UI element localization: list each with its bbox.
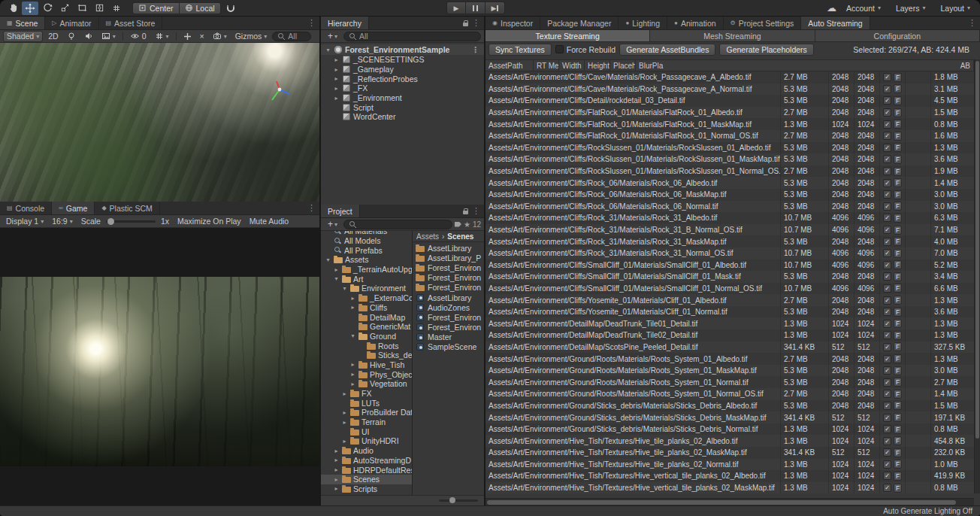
placeholder-checkbox[interactable]: ✓: [883, 378, 891, 387]
asset-row[interactable]: Assets/Art/Environment/Cliffs/SmallCliff…: [485, 260, 974, 272]
create-asset-dropdown[interactable]: +▾: [324, 219, 341, 230]
asset-row[interactable]: Assets/Art/Environment/Hive_Tish/Texture…: [485, 435, 974, 447]
scene-lighting-toggle[interactable]: [64, 31, 79, 42]
placeholder-checkbox[interactable]: ✓: [883, 108, 891, 117]
column-header[interactable]: Width: [559, 60, 585, 71]
asset-row[interactable]: Assets/Art/Environment/Cliffs/Cave/Mater…: [485, 83, 974, 96]
placeholder-f-button[interactable]: F: [894, 143, 902, 152]
generate-assetbundles-button[interactable]: Generate AssetBundles: [619, 44, 715, 56]
placeholder-f-button[interactable]: F: [894, 366, 902, 375]
column-header[interactable]: AssetPath: [485, 60, 534, 71]
cloud-collab-icon[interactable]: ☁: [827, 3, 836, 13]
expand-arrow-icon[interactable]: ▸: [333, 85, 340, 92]
hierarchy-search-input[interactable]: All: [343, 32, 481, 41]
expand-arrow-icon[interactable]: ▸: [333, 457, 340, 463]
scale-slider-thumb[interactable]: [107, 218, 114, 225]
folder-item[interactable]: ▸HDRPDefaultRes: [321, 465, 412, 475]
placeholder-f-button[interactable]: F: [894, 226, 902, 235]
folder-item[interactable]: ▾Art: [321, 274, 412, 284]
column-header[interactable]: BlurPla: [636, 60, 957, 71]
expand-arrow-icon[interactable]: ▸: [333, 485, 340, 492]
force-rebuild-checkbox[interactable]: Force Rebuild: [555, 45, 616, 54]
expand-arrow-icon[interactable]: ▸: [333, 56, 340, 63]
expand-arrow-icon[interactable]: ▸: [333, 75, 340, 82]
asset-row[interactable]: Assets/Art/Environment/Cliffs/RockSlusse…: [485, 165, 974, 178]
asset-row[interactable]: Assets/Art/Environment/Cliffs/Rock_06/Ma…: [485, 177, 974, 189]
asset-row[interactable]: Assets/Art/Environment/Cliffs/FlatRock_0…: [485, 130, 974, 142]
folder-item[interactable]: ▸ProBuilder Dat: [321, 408, 412, 417]
thumbnail-zoom-slider[interactable]: [439, 499, 478, 502]
asset-row[interactable]: Assets/Art/Environment/Cliffs/RockSlusse…: [485, 142, 974, 154]
maximize-on-play-toggle[interactable]: Maximize On Play: [174, 216, 244, 227]
asset-row[interactable]: Assets/Art/Environment/Cliffs/Rock_31/Ma…: [485, 212, 974, 224]
placeholder-checkbox[interactable]: ✓: [883, 331, 891, 339]
asset-row[interactable]: Assets/Art/Environment/Cliffs/SmallCliff…: [485, 283, 974, 295]
pivot-toggle-button[interactable]: Center: [132, 2, 180, 14]
hierarchy-item[interactable]: ▸_SCENESETTINGS: [321, 55, 484, 65]
expand-arrow-icon[interactable]: ▾: [325, 256, 331, 263]
h-scroll-thumb[interactable]: [487, 500, 956, 505]
file-item[interactable]: Forest_Environ: [413, 273, 484, 283]
layout-dropdown[interactable]: Layout▾: [935, 2, 975, 15]
favorites-icon[interactable]: ★: [464, 220, 470, 229]
placeholder-checkbox[interactable]: ✓: [883, 484, 891, 492]
placeholder-f-button[interactable]: F: [894, 178, 902, 187]
expand-arrow-icon[interactable]: ▾: [333, 275, 340, 282]
folder-item[interactable]: All Models: [321, 236, 412, 246]
asset-row[interactable]: Assets/Art/Environment/Cliffs/Cave/Mater…: [485, 71, 974, 83]
folder-item[interactable]: DetailMap: [321, 312, 412, 322]
placeholder-checkbox[interactable]: ✓: [883, 355, 891, 363]
folder-item[interactable]: ▸Phys_Objec: [321, 369, 412, 379]
kebab-icon[interactable]: ⋮: [472, 206, 480, 216]
hierarchy-item[interactable]: ▸_FX: [321, 83, 484, 93]
placeholder-f-button[interactable]: F: [894, 96, 902, 105]
asset-row[interactable]: Assets/Art/Environment/Cliffs/Detail/roc…: [485, 95, 974, 107]
panel-tab[interactable]: ●Lighting: [619, 17, 667, 29]
kebab-icon[interactable]: ⋮: [472, 18, 480, 28]
panel-tab[interactable]: ⚙Project Settings: [724, 17, 802, 29]
asset-row[interactable]: Assets/Art/Environment/Cliffs/FlatRock_0…: [485, 118, 974, 130]
asset-row[interactable]: Assets/Art/Environment/Ground/Sticks_deb…: [485, 411, 974, 423]
create-object-dropdown[interactable]: +▾: [324, 31, 341, 42]
expand-arrow-icon[interactable]: ▸: [333, 476, 340, 483]
step-button[interactable]: ▶: [485, 2, 505, 14]
placeholder-f-button[interactable]: F: [894, 120, 902, 129]
placeholder-f-button[interactable]: F: [894, 84, 902, 93]
placeholder-f-button[interactable]: F: [894, 108, 902, 117]
placeholder-checkbox[interactable]: ✓: [883, 284, 891, 293]
expand-arrow-icon[interactable]: ▸: [333, 448, 340, 454]
scale-tool-button[interactable]: [56, 2, 73, 15]
play-button[interactable]: ▶: [446, 2, 466, 14]
placeholder-checkbox[interactable]: ✓: [883, 343, 891, 351]
asset-row[interactable]: Assets/Art/Environment/Cliffs/RockSlusse…: [485, 153, 974, 165]
asset-row[interactable]: Assets/Art/Environment/Ground/Roots/Mate…: [485, 365, 974, 377]
placeholder-f-button[interactable]: F: [894, 425, 902, 434]
placeholder-checkbox[interactable]: ✓: [883, 179, 891, 187]
gizmos-dropdown[interactable]: Gizmos▾: [232, 31, 271, 42]
folder-item[interactable]: ▾Ground: [321, 332, 412, 341]
file-item[interactable]: Forest_Environ: [413, 312, 484, 322]
display-dropdown[interactable]: Display 1▾: [3, 216, 47, 227]
breadcrumb[interactable]: Assets›Scenes: [413, 231, 484, 242]
scene-grid-dropdown[interactable]: ▾: [152, 31, 172, 42]
rect-tool-button[interactable]: [74, 2, 90, 15]
file-item[interactable]: AssetLibrary_P: [413, 253, 484, 263]
subtab[interactable]: Mesh Streaming: [650, 30, 815, 41]
asset-row[interactable]: Assets/Art/Environment/Cliffs/Rock_31/Ma…: [485, 247, 974, 260]
expand-arrow-icon[interactable]: ▸: [349, 361, 356, 368]
kebab-icon[interactable]: ⋮: [307, 18, 316, 28]
placeholder-f-button[interactable]: F: [894, 308, 902, 317]
tab-project[interactable]: Project: [321, 205, 360, 217]
scene-camera-dropdown[interactable]: ▾: [210, 31, 230, 42]
folder-item[interactable]: UI: [321, 426, 412, 436]
file-item[interactable]: Forest_Environ: [413, 283, 484, 293]
aspect-ratio-dropdown[interactable]: 16:9▾: [49, 216, 75, 227]
game-viewport[interactable]: [0, 228, 319, 505]
placeholder-f-button[interactable]: F: [894, 214, 902, 223]
placeholder-checkbox[interactable]: ✓: [883, 202, 891, 211]
expand-arrow-icon[interactable]: ▸: [333, 266, 340, 273]
view-tab[interactable]: ▷Animator: [45, 17, 98, 29]
placeholder-checkbox[interactable]: ✓: [883, 437, 891, 445]
asset-row[interactable]: Assets/Art/Environment/Hive_Tish/Texture…: [485, 459, 974, 471]
folder-item[interactable]: ▸_TerrainAutoUpg: [321, 265, 412, 275]
